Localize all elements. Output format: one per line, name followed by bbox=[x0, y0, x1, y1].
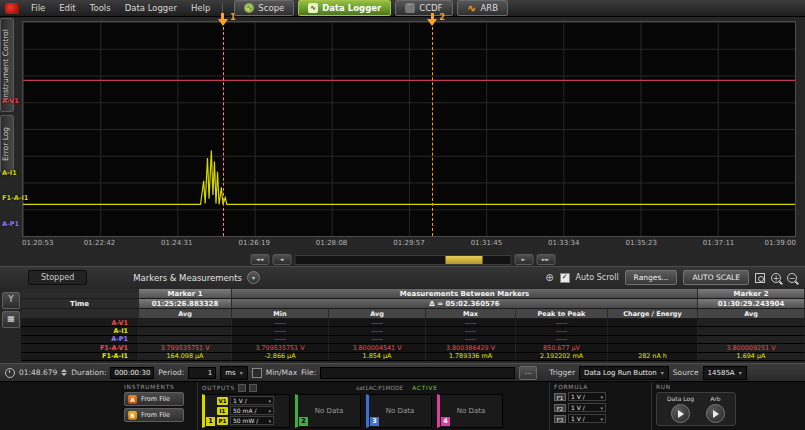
f2-range-dropdown[interactable]: 1 V / ▾ bbox=[568, 403, 606, 412]
cell-f1-a-i1-min: -2.866 µA bbox=[232, 353, 329, 361]
f3-range-value: 1 V / bbox=[571, 415, 585, 422]
instrument-b-badge: B bbox=[128, 411, 137, 420]
channel-1-card[interactable]: 1 V1 1 V / ▾ I1 50 mA / ▾ bbox=[202, 394, 290, 428]
v1-range-dropdown[interactable]: 1 V / ▾ bbox=[230, 396, 274, 405]
browse-button[interactable]: ... bbox=[519, 366, 537, 380]
marker-2-line[interactable] bbox=[432, 22, 433, 236]
trace-label-f1-a-i1[interactable]: F1-A-I1 bbox=[2, 194, 28, 202]
tab-scope[interactable]: ∿ Scope bbox=[234, 0, 294, 16]
source-dropdown[interactable]: 14585A ▾ bbox=[703, 366, 747, 380]
keysight-logo-icon bbox=[5, 3, 19, 14]
outputs-view-button-1[interactable] bbox=[238, 384, 246, 392]
menu-item-help[interactable]: Help bbox=[184, 3, 217, 13]
chevron-down-icon: ▾ bbox=[240, 369, 243, 376]
marker1-stat-header: Avg bbox=[139, 309, 232, 319]
auto-scale-button[interactable]: AUTO SCALE bbox=[683, 270, 749, 285]
marker-2-flag[interactable] bbox=[427, 13, 437, 26]
p1-range-value: 50 mW / bbox=[233, 417, 258, 424]
menu-item-file[interactable]: File bbox=[24, 3, 52, 13]
minmax-checkbox[interactable] bbox=[252, 368, 262, 378]
p1-range-dropdown[interactable]: 50 mW / ▾ bbox=[230, 416, 274, 425]
cell-f1-a-i1-avg: 1.854 µA bbox=[329, 353, 426, 361]
cell-f1-a-v1-avg: 3.800004541 V bbox=[329, 344, 426, 352]
x-axis-label: 01:20:53 bbox=[22, 239, 53, 247]
cell-f1-a-v1-ce bbox=[608, 344, 698, 352]
menu-item-data-logger[interactable]: Data Logger bbox=[118, 3, 184, 13]
channel-4-badge: 4 bbox=[441, 417, 450, 426]
scroll-track[interactable] bbox=[294, 255, 511, 265]
file-input[interactable] bbox=[320, 367, 515, 379]
trace-label-a-v1[interactable]: A-V1 bbox=[2, 97, 19, 105]
datalog-play-button[interactable] bbox=[671, 404, 690, 423]
period-unit-dropdown[interactable]: ms ▾ bbox=[220, 366, 247, 380]
formula-section: FORMULA F1 1 V / ▾ F2 1 V / ▾ bbox=[550, 382, 652, 430]
row-label-a-i1: A-I1 bbox=[21, 327, 139, 335]
cell-a-i1-m2 bbox=[698, 327, 805, 335]
f1-range-dropdown[interactable]: 1 V / ▾ bbox=[568, 392, 606, 401]
cell-a-i1-max: ----- bbox=[426, 327, 516, 335]
output-mode-text: sat1AC:P1MODE bbox=[356, 385, 403, 391]
tab-data-logger[interactable]: ∿ Data Logger bbox=[298, 0, 391, 16]
duration-value[interactable]: 000:00:30 bbox=[110, 367, 154, 379]
channel-3-card[interactable]: 3 No Data bbox=[366, 394, 432, 428]
scroll-fast-back-button[interactable]: ◄◄ bbox=[250, 254, 269, 265]
channel-4-card[interactable]: 4 No Data bbox=[437, 394, 503, 428]
panel-selector-label: Markers & Measurements bbox=[133, 273, 242, 283]
duration-label: Duration: bbox=[71, 368, 106, 377]
outputs-header: OUTPUTS bbox=[202, 385, 235, 391]
tab-arb[interactable]: ∿ ARB bbox=[457, 0, 509, 16]
x-axis-label: 01:26:19 bbox=[238, 239, 269, 247]
channel-2-badge: 2 bbox=[299, 417, 308, 426]
trace-label-a-i1[interactable]: A-I1 bbox=[2, 169, 17, 177]
time-axis: 01:20:53 01:22:42 01:24:31 01:26:19 01:2… bbox=[22, 239, 796, 249]
menu-item-edit[interactable]: Edit bbox=[52, 3, 82, 13]
table-subcorner bbox=[21, 309, 139, 319]
x-axis-label: 01:35:23 bbox=[625, 239, 656, 247]
min-header: Min bbox=[232, 309, 329, 319]
trigger-dropdown[interactable]: Data Log Run Button ▾ bbox=[579, 366, 669, 380]
sidebar-tab-error-log[interactable]: Error Log bbox=[0, 115, 14, 173]
marker2-title: Marker 2 bbox=[698, 289, 805, 299]
arb-play-button[interactable] bbox=[706, 404, 725, 423]
f3-range-dropdown[interactable]: 1 V / ▾ bbox=[568, 414, 606, 423]
zoom-select-button[interactable] bbox=[755, 273, 765, 283]
scroll-fast-forward-button[interactable]: ►► bbox=[536, 254, 555, 265]
scroll-back-button[interactable]: ◄ bbox=[272, 254, 291, 265]
scroll-forward-button[interactable]: ► bbox=[514, 254, 533, 265]
avg-header: Avg bbox=[329, 309, 426, 319]
x-axis-label: 01:39:00 bbox=[765, 239, 796, 247]
marker-1-line[interactable] bbox=[223, 22, 224, 236]
zoom-out-button[interactable]: − bbox=[787, 273, 797, 283]
view-tabs: ∿ Scope ∿ Data Logger ⌒ CCDF ∿ ARB bbox=[234, 0, 508, 16]
markers-view-button[interactable]: Y bbox=[2, 292, 20, 309]
period-input[interactable] bbox=[188, 367, 216, 379]
marker-1-flag[interactable] bbox=[218, 13, 228, 26]
channel-2-card[interactable]: 2 No Data bbox=[295, 394, 361, 428]
waveform-chart[interactable]: 1 2 bbox=[22, 21, 796, 237]
run-header: RUN bbox=[656, 384, 801, 390]
scroll-thumb[interactable] bbox=[446, 256, 483, 264]
zoom-in-button[interactable]: + bbox=[771, 273, 781, 283]
i1-range-dropdown[interactable]: 50 mA / ▾ bbox=[230, 406, 274, 415]
i1-range-value: 50 mA / bbox=[233, 407, 256, 414]
ranges-button[interactable]: Ranges... bbox=[625, 270, 678, 285]
from-file-a-button[interactable]: A From File bbox=[124, 392, 184, 406]
cell-a-i1-m1 bbox=[139, 327, 232, 335]
time-stepper[interactable] bbox=[61, 369, 67, 376]
instrument-a-badge: A bbox=[128, 395, 137, 404]
trace-label-a-p1[interactable]: A-P1 bbox=[2, 220, 19, 228]
grid-view-button[interactable]: ▦ bbox=[2, 311, 20, 328]
auto-scroll-checkbox[interactable]: ✓ bbox=[560, 273, 570, 283]
cell-f1-a-i1-m2: 1.694 µA bbox=[698, 353, 805, 361]
outputs-section: OUTPUTS sat1AC:P1MODE ACTIVE 1 V1 1 V / … bbox=[198, 382, 550, 430]
outputs-view-button-2[interactable] bbox=[249, 384, 257, 392]
cell-a-v1-max: ----- bbox=[426, 319, 516, 327]
panel-selector-dropdown-button[interactable]: ▾ bbox=[247, 271, 260, 284]
formula-header: FORMULA bbox=[554, 384, 647, 390]
tab-data-logger-label: Data Logger bbox=[322, 3, 381, 13]
from-file-b-button[interactable]: B From File bbox=[124, 408, 184, 422]
menu-item-tools[interactable]: Tools bbox=[83, 3, 118, 13]
run-box: Data Log Arb bbox=[656, 392, 736, 426]
p1-badge: P1 bbox=[217, 417, 228, 425]
pan-icon[interactable]: ⊕ bbox=[545, 273, 553, 283]
